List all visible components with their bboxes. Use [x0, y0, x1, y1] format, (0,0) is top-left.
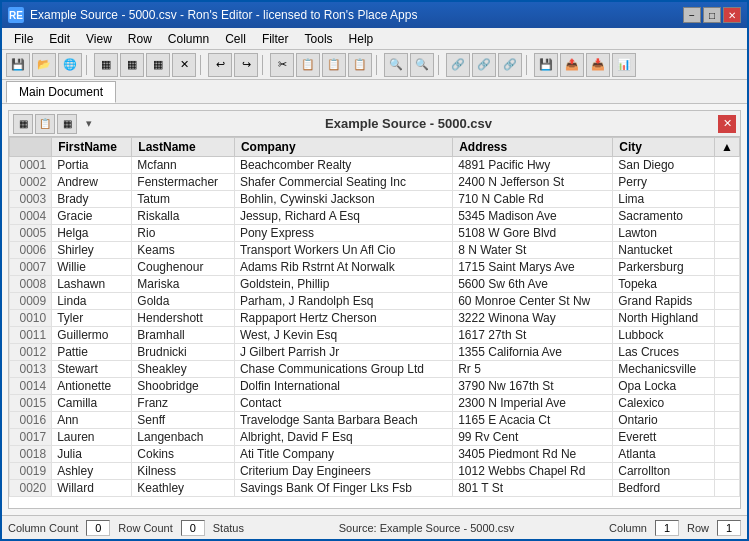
menu-tools[interactable]: Tools	[297, 30, 341, 48]
cell-firstname[interactable]: Tyler	[52, 310, 132, 327]
col-header-lastname[interactable]: LastName	[132, 138, 235, 157]
cell-company[interactable]: Adams Rib Rstrnt At Norwalk	[234, 259, 452, 276]
col-header-address[interactable]: Address	[453, 138, 613, 157]
menu-cell[interactable]: Cell	[217, 30, 254, 48]
table-row[interactable]: 0008 Lashawn Mariska Goldstein, Phillip …	[10, 276, 740, 293]
cell-city[interactable]: Grand Rapids	[613, 293, 715, 310]
cell-address[interactable]: 2400 N Jefferson St	[453, 174, 613, 191]
cell-city[interactable]: Parkersburg	[613, 259, 715, 276]
table-row[interactable]: 0011 Guillermo Bramhall West, J Kevin Es…	[10, 327, 740, 344]
cell-city[interactable]: San Diego	[613, 157, 715, 174]
grid-container[interactable]: FirstName LastName Company Address City …	[9, 137, 740, 508]
cell-company[interactable]: Goldstein, Phillip	[234, 276, 452, 293]
table-row[interactable]: 0001 Portia Mcfann Beachcomber Realty 48…	[10, 157, 740, 174]
toolbar-link1[interactable]: 🔗	[446, 53, 470, 77]
col-header-company[interactable]: Company	[234, 138, 452, 157]
cell-company[interactable]: Travelodge Santa Barbara Beach	[234, 412, 452, 429]
toolbar-copy[interactable]: 📋	[296, 53, 320, 77]
cell-firstname[interactable]: Portia	[52, 157, 132, 174]
toolbar-export2[interactable]: 📤	[560, 53, 584, 77]
cell-company[interactable]: Dolfin International	[234, 378, 452, 395]
cell-lastname[interactable]: Sheakley	[132, 361, 235, 378]
cell-firstname[interactable]: Willie	[52, 259, 132, 276]
table-row[interactable]: 0007 Willie Coughenour Adams Rib Rstrnt …	[10, 259, 740, 276]
toolbar-grid2[interactable]: ▦	[120, 53, 144, 77]
toolbar-save[interactable]: 💾	[6, 53, 30, 77]
doc-dropdown-btn[interactable]: ▾	[79, 114, 99, 134]
toolbar-grid1[interactable]: ▦	[94, 53, 118, 77]
document-close-button[interactable]: ✕	[718, 115, 736, 133]
cell-address[interactable]: 5108 W Gore Blvd	[453, 225, 613, 242]
cell-lastname[interactable]: Mcfann	[132, 157, 235, 174]
cell-company[interactable]: West, J Kevin Esq	[234, 327, 452, 344]
tab-main-document[interactable]: Main Document	[6, 81, 116, 103]
cell-lastname[interactable]: Keathley	[132, 480, 235, 497]
cell-address[interactable]: 4891 Pacific Hwy	[453, 157, 613, 174]
table-row[interactable]: 0005 Helga Rio Pony Express 5108 W Gore …	[10, 225, 740, 242]
cell-city[interactable]: North Highland	[613, 310, 715, 327]
cell-company[interactable]: Jessup, Richard A Esq	[234, 208, 452, 225]
cell-city[interactable]: Atlanta	[613, 446, 715, 463]
cell-address[interactable]: 3405 Piedmont Rd Ne	[453, 446, 613, 463]
cell-address[interactable]: 99 Rv Cent	[453, 429, 613, 446]
cell-company[interactable]: Savings Bank Of Finger Lks Fsb	[234, 480, 452, 497]
cell-city[interactable]: Lawton	[613, 225, 715, 242]
toolbar-web[interactable]: 🌐	[58, 53, 82, 77]
table-row[interactable]: 0004 Gracie Riskalla Jessup, Richard A E…	[10, 208, 740, 225]
cell-address[interactable]: 1165 E Acacia Ct	[453, 412, 613, 429]
cell-address[interactable]: 801 T St	[453, 480, 613, 497]
maximize-button[interactable]: □	[703, 7, 721, 23]
cell-city[interactable]: Nantucket	[613, 242, 715, 259]
cell-city[interactable]: Bedford	[613, 480, 715, 497]
cell-firstname[interactable]: Ann	[52, 412, 132, 429]
menu-file[interactable]: File	[6, 30, 41, 48]
minimize-button[interactable]: −	[683, 7, 701, 23]
toolbar-chart[interactable]: 📊	[612, 53, 636, 77]
toolbar-link3[interactable]: 🔗	[498, 53, 522, 77]
cell-lastname[interactable]: Mariska	[132, 276, 235, 293]
cell-lastname[interactable]: Fenstermacher	[132, 174, 235, 191]
cell-address[interactable]: 1355 California Ave	[453, 344, 613, 361]
table-row[interactable]: 0020 Willard Keathley Savings Bank Of Fi…	[10, 480, 740, 497]
table-row[interactable]: 0016 Ann Senff Travelodge Santa Barbara …	[10, 412, 740, 429]
cell-company[interactable]: Beachcomber Realty	[234, 157, 452, 174]
toolbar-find2[interactable]: 🔍	[410, 53, 434, 77]
cell-firstname[interactable]: Pattie	[52, 344, 132, 361]
cell-company[interactable]: Albright, David F Esq	[234, 429, 452, 446]
cell-lastname[interactable]: Coughenour	[132, 259, 235, 276]
cell-lastname[interactable]: Brudnicki	[132, 344, 235, 361]
toolbar-grid3[interactable]: ▦	[146, 53, 170, 77]
cell-company[interactable]: Transport Workers Un Afl Cio	[234, 242, 452, 259]
table-row[interactable]: 0009 Linda Golda Parham, J Randolph Esq …	[10, 293, 740, 310]
toolbar-open[interactable]: 📂	[32, 53, 56, 77]
cell-lastname[interactable]: Keams	[132, 242, 235, 259]
cell-company[interactable]: Bohlin, Cywinski Jackson	[234, 191, 452, 208]
table-row[interactable]: 0018 Julia Cokins Ati Title Company 3405…	[10, 446, 740, 463]
cell-lastname[interactable]: Franz	[132, 395, 235, 412]
col-header-firstname[interactable]: FirstName	[52, 138, 132, 157]
menu-help[interactable]: Help	[341, 30, 382, 48]
toolbar-cut[interactable]: ✂	[270, 53, 294, 77]
toolbar-redo[interactable]: ↪	[234, 53, 258, 77]
cell-address[interactable]: 8 N Water St	[453, 242, 613, 259]
cell-address[interactable]: 60 Monroe Center St Nw	[453, 293, 613, 310]
menu-filter[interactable]: Filter	[254, 30, 297, 48]
close-button[interactable]: ✕	[723, 7, 741, 23]
table-row[interactable]: 0002 Andrew Fenstermacher Shafer Commerc…	[10, 174, 740, 191]
menu-view[interactable]: View	[78, 30, 120, 48]
cell-address[interactable]: 1012 Webbs Chapel Rd	[453, 463, 613, 480]
toolbar-link2[interactable]: 🔗	[472, 53, 496, 77]
cell-address[interactable]: 1715 Saint Marys Ave	[453, 259, 613, 276]
cell-city[interactable]: Lubbock	[613, 327, 715, 344]
cell-lastname[interactable]: Langenbach	[132, 429, 235, 446]
cell-company[interactable]: Criterium Day Engineers	[234, 463, 452, 480]
doc-btn-3[interactable]: ▦	[57, 114, 77, 134]
cell-firstname[interactable]: Helga	[52, 225, 132, 242]
cell-city[interactable]: Carrollton	[613, 463, 715, 480]
cell-firstname[interactable]: Andrew	[52, 174, 132, 191]
toolbar-paste2[interactable]: 📋	[348, 53, 372, 77]
cell-firstname[interactable]: Camilla	[52, 395, 132, 412]
cell-address[interactable]: 2300 N Imperial Ave	[453, 395, 613, 412]
cell-company[interactable]: Contact	[234, 395, 452, 412]
cell-lastname[interactable]: Golda	[132, 293, 235, 310]
